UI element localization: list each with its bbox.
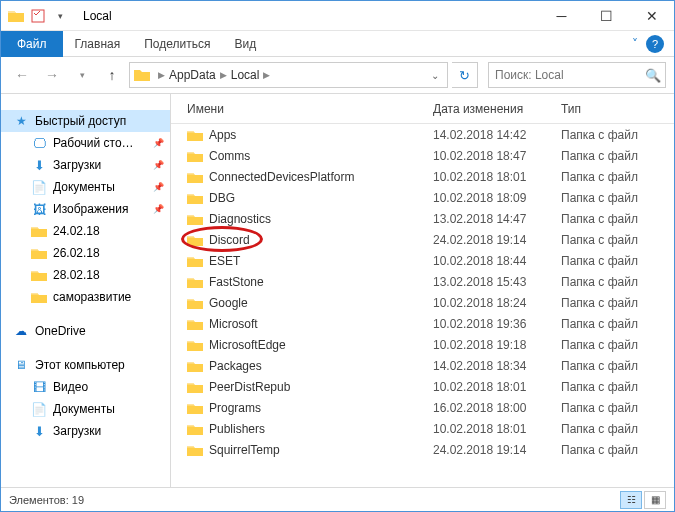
file-row[interactable]: ESET10.02.2018 18:44Папка с файл	[171, 250, 674, 271]
nav-recent-dropdown[interactable]: ▾	[69, 62, 95, 88]
icons-view-button[interactable]: ▦	[644, 491, 666, 509]
file-row[interactable]: Discord24.02.2018 19:14Папка с файл	[171, 229, 674, 250]
file-date: 10.02.2018 19:18	[433, 338, 561, 352]
folder-icon	[187, 337, 203, 353]
ribbon-expand-icon[interactable]: ˅	[632, 37, 638, 51]
tab-view[interactable]: Вид	[222, 32, 268, 56]
search-box[interactable]: 🔍	[488, 62, 666, 88]
properties-icon[interactable]	[29, 7, 47, 25]
sidebar-label: OneDrive	[35, 324, 86, 338]
qat-dropdown-icon[interactable]: ▾	[51, 7, 69, 25]
file-row[interactable]: SquirrelTemp24.02.2018 19:14Папка с файл	[171, 439, 674, 460]
minimize-button[interactable]: ─	[539, 1, 584, 30]
address-dropdown-icon[interactable]: ⌄	[427, 70, 443, 81]
folder-icon	[187, 421, 203, 437]
sidebar-this-pc[interactable]: 🖥 Этот компьютер	[1, 354, 170, 376]
sidebar-item[interactable]: 🖵Рабочий сто…📌	[1, 132, 170, 154]
window-controls: ─ ☐ ✕	[539, 1, 674, 30]
file-type: Папка с файл	[561, 338, 674, 352]
search-icon[interactable]: 🔍	[645, 68, 661, 83]
file-date: 10.02.2018 18:01	[433, 422, 561, 436]
downloads-icon: ⬇	[31, 423, 47, 439]
file-row[interactable]: Packages14.02.2018 18:34Папка с файл	[171, 355, 674, 376]
address-row: ← → ▾ ↑ ▶ AppData ▶ Local ▶ ⌄ ↻ 🔍	[1, 57, 674, 93]
onedrive-icon: ☁	[13, 323, 29, 339]
column-header-type[interactable]: Тип	[561, 102, 674, 116]
sidebar-onedrive[interactable]: ☁ OneDrive	[1, 320, 170, 342]
file-type: Папка с файл	[561, 443, 674, 457]
item-count: Элементов: 19	[9, 494, 84, 506]
file-row[interactable]: Apps14.02.2018 14:42Папка с файл	[171, 124, 674, 145]
file-name: FastStone	[209, 275, 264, 289]
file-row[interactable]: Comms10.02.2018 18:47Папка с файл	[171, 145, 674, 166]
file-type: Папка с файл	[561, 359, 674, 373]
file-row[interactable]: Microsoft10.02.2018 19:36Папка с файл	[171, 313, 674, 334]
folder-icon	[187, 400, 203, 416]
file-row[interactable]: MicrosoftEdge10.02.2018 19:18Папка с фай…	[171, 334, 674, 355]
tab-share[interactable]: Поделиться	[132, 32, 222, 56]
file-type: Папка с файл	[561, 317, 674, 331]
file-date: 10.02.2018 18:01	[433, 170, 561, 184]
file-row[interactable]: Publishers10.02.2018 18:01Папка с файл	[171, 418, 674, 439]
breadcrumb-appdata[interactable]: AppData	[167, 68, 218, 82]
chevron-icon[interactable]: ▶	[156, 70, 167, 80]
file-name: Google	[209, 296, 248, 310]
file-date: 14.02.2018 18:34	[433, 359, 561, 373]
chevron-icon[interactable]: ▶	[218, 70, 229, 80]
folder-icon	[187, 274, 203, 290]
nav-forward-button[interactable]: →	[39, 62, 65, 88]
sidebar-item[interactable]: 24.02.18	[1, 220, 170, 242]
breadcrumb-local[interactable]: Local	[229, 68, 262, 82]
sidebar-label: Быстрый доступ	[35, 114, 126, 128]
search-input[interactable]	[495, 68, 645, 82]
file-date: 10.02.2018 18:09	[433, 191, 561, 205]
file-name: ConnectedDevicesPlatform	[209, 170, 354, 184]
nav-back-button[interactable]: ←	[9, 62, 35, 88]
app-icon	[7, 7, 25, 25]
file-type: Папка с файл	[561, 275, 674, 289]
sidebar-quick-access[interactable]: ★ Быстрый доступ	[1, 110, 170, 132]
chevron-icon[interactable]: ▶	[261, 70, 272, 80]
details-view-button[interactable]: ☷	[620, 491, 642, 509]
sidebar-item[interactable]: ⬇Загрузки📌	[1, 154, 170, 176]
file-row[interactable]: PeerDistRepub10.02.2018 18:01Папка с фай…	[171, 376, 674, 397]
folder-icon	[187, 379, 203, 395]
file-row[interactable]: Programs16.02.2018 18:00Папка с файл	[171, 397, 674, 418]
close-button[interactable]: ✕	[629, 1, 674, 30]
file-date: 16.02.2018 18:00	[433, 401, 561, 415]
folder-icon	[187, 253, 203, 269]
file-row[interactable]: FastStone13.02.2018 15:43Папка с файл	[171, 271, 674, 292]
sidebar-item[interactable]: 28.02.18	[1, 264, 170, 286]
file-date: 10.02.2018 18:24	[433, 296, 561, 310]
file-row[interactable]: DBG10.02.2018 18:09Папка с файл	[171, 187, 674, 208]
tab-home[interactable]: Главная	[63, 32, 133, 56]
column-header-date[interactable]: Дата изменения	[433, 102, 561, 116]
help-icon[interactable]: ?	[646, 35, 664, 53]
sidebar-item[interactable]: 📄Документы📌	[1, 176, 170, 198]
column-header-name[interactable]: Имени	[187, 102, 433, 116]
file-date: 13.02.2018 14:47	[433, 212, 561, 226]
maximize-button[interactable]: ☐	[584, 1, 629, 30]
sidebar-item[interactable]: 🖼Изображения📌	[1, 198, 170, 220]
sidebar-item[interactable]: ⬇Загрузки	[1, 420, 170, 442]
folder-icon	[187, 358, 203, 374]
file-row[interactable]: Google10.02.2018 18:24Папка с файл	[171, 292, 674, 313]
documents-icon: 📄	[31, 179, 47, 195]
title-bar: ▾ Local ─ ☐ ✕	[1, 1, 674, 31]
refresh-button[interactable]: ↻	[452, 62, 478, 88]
sidebar-item[interactable]: 📄Документы	[1, 398, 170, 420]
address-bar[interactable]: ▶ AppData ▶ Local ▶ ⌄	[129, 62, 448, 88]
file-row[interactable]: ConnectedDevicesPlatform10.02.2018 18:01…	[171, 166, 674, 187]
quick-access-toolbar: ▾	[1, 7, 75, 25]
explorer-window: ▾ Local ─ ☐ ✕ Файл Главная Поделиться Ви…	[0, 0, 675, 512]
pin-icon: 📌	[153, 160, 164, 170]
nav-up-button[interactable]: ↑	[99, 62, 125, 88]
sidebar-item[interactable]: саморазвитие	[1, 286, 170, 308]
file-type: Папка с файл	[561, 212, 674, 226]
folder-icon	[187, 169, 203, 185]
sidebar-item-label: 26.02.18	[53, 246, 100, 260]
file-tab[interactable]: Файл	[1, 31, 63, 57]
sidebar-item[interactable]: 26.02.18	[1, 242, 170, 264]
sidebar-item[interactable]: 🎞Видео	[1, 376, 170, 398]
file-row[interactable]: Diagnostics13.02.2018 14:47Папка с файл	[171, 208, 674, 229]
